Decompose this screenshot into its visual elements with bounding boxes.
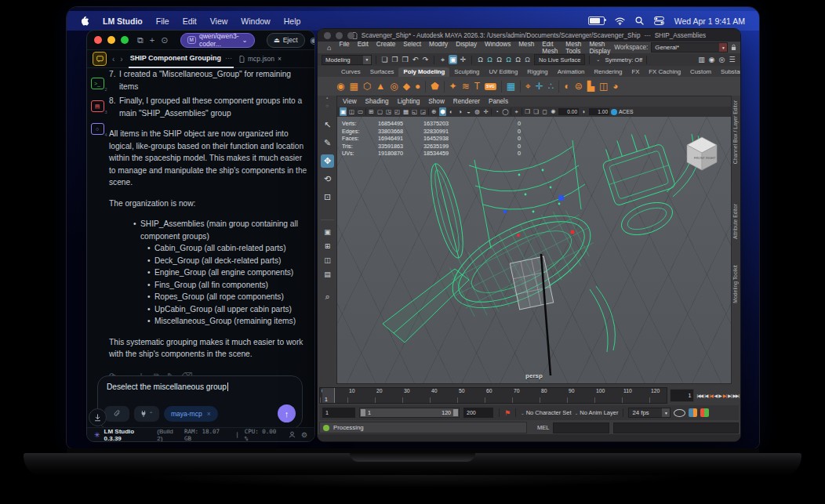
image-plane-icon[interactable]: ▭ bbox=[357, 107, 364, 116]
play-forwards-button[interactable]: ▶ bbox=[718, 393, 721, 398]
panel-menu-item[interactable]: Lighting bbox=[398, 98, 420, 105]
close-tab-icon[interactable]: × bbox=[278, 55, 282, 63]
view-cube[interactable]: FRONT RIGHT bbox=[685, 136, 718, 172]
render-current-frame-icon[interactable]: ◉ bbox=[707, 55, 716, 64]
smooth-icon[interactable]: ◕ bbox=[612, 82, 618, 91]
mcp-tools-button[interactable]: ⌃ bbox=[134, 406, 159, 422]
fps-dropdown[interactable]: 24 fps ▾ bbox=[628, 408, 671, 418]
playback-speed-icon[interactable] bbox=[674, 409, 685, 417]
shelf-tab[interactable]: Custom bbox=[685, 67, 716, 77]
user-account-icon[interactable] bbox=[289, 431, 296, 438]
command-result-field[interactable] bbox=[613, 422, 739, 433]
maya-menu-item[interactable]: Mesh bbox=[514, 41, 538, 55]
new-chat-icon[interactable]: + bbox=[150, 36, 154, 45]
motion-blur-icon[interactable]: ✛ bbox=[482, 107, 489, 116]
shelf-tab[interactable]: Curves bbox=[336, 67, 365, 77]
render-settings-icon[interactable]: ☰ bbox=[728, 55, 736, 64]
bookmark-view-icon[interactable]: ❏ bbox=[532, 107, 540, 116]
ao-icon[interactable]: ◍ bbox=[474, 107, 481, 116]
shelf-tab[interactable]: FX Caching bbox=[644, 67, 685, 77]
sidebar-toggle-icon[interactable]: ⧉ bbox=[137, 36, 144, 45]
poly-cube-icon[interactable]: ▦ bbox=[349, 82, 358, 91]
nav-back-button[interactable]: ‹ bbox=[112, 55, 114, 63]
step-back-key-button[interactable]: |◀ bbox=[709, 393, 712, 398]
select-object-icon[interactable]: ▣ bbox=[449, 55, 457, 64]
svg-tool-icon[interactable]: SVG bbox=[485, 83, 496, 90]
home-icon[interactable]: ⌂ bbox=[323, 44, 335, 52]
close-window-button[interactable] bbox=[94, 36, 102, 44]
poly-torus-icon[interactable]: ◎ bbox=[390, 82, 398, 91]
shelf-tab[interactable]: Surfaces bbox=[365, 67, 399, 77]
shelf-tab[interactable]: Substance bbox=[716, 67, 740, 77]
snap-align-icon[interactable]: ✛ bbox=[536, 82, 543, 91]
send-button[interactable]: ↑ bbox=[278, 404, 296, 422]
range-end-handle[interactable] bbox=[453, 409, 458, 416]
set-key-icon[interactable]: ⚑ bbox=[504, 409, 511, 417]
panel-menu-item[interactable]: Panels bbox=[489, 98, 508, 105]
maya-menu-item[interactable]: Display bbox=[452, 41, 481, 55]
workspace-dropdown[interactable]: General* ▾ bbox=[651, 42, 728, 53]
sculpt-tool-icon[interactable]: ≋ bbox=[462, 82, 470, 91]
range-slider[interactable]: 1 120 bbox=[359, 408, 460, 418]
tab-modeling-toolkit[interactable]: Modeling Toolkit bbox=[732, 265, 738, 303]
model-settings-icon[interactable]: ⊙ bbox=[161, 36, 168, 45]
type-tool-icon[interactable]: T bbox=[474, 82, 480, 91]
two-pane-layout-icon[interactable]: ◫ bbox=[321, 255, 334, 265]
minimize-window-button[interactable] bbox=[107, 36, 115, 44]
textured-mode-icon[interactable]: ◐ bbox=[448, 107, 455, 116]
anim-layer-dropdown[interactable]: ⌄No Anim Layer bbox=[575, 409, 619, 416]
maya-menu-item[interactable]: Windows bbox=[481, 41, 514, 55]
step-forward-key-button[interactable]: ▶| bbox=[723, 393, 726, 398]
chat-input[interactable]: Deselect the miscellaneous group ⌃ maya-… bbox=[97, 375, 303, 429]
zoom-window-button[interactable] bbox=[347, 32, 354, 39]
maya-mcp-chip[interactable]: maya-mcp × bbox=[164, 406, 218, 422]
snap-to-view-plane-icon[interactable]: Ω bbox=[514, 55, 522, 64]
snapshot-icon[interactable]: ◻ bbox=[541, 107, 548, 116]
snap-to-projected-center-icon[interactable]: Ω bbox=[504, 55, 513, 64]
move-tool-icon[interactable]: ✥ bbox=[321, 154, 334, 168]
isolate-select-icon[interactable]: ◯ bbox=[502, 107, 509, 116]
tab-attribute-editor[interactable]: Attribute Editor bbox=[732, 204, 738, 239]
maya-menu-item[interactable]: File bbox=[335, 41, 353, 55]
control-center-icon[interactable] bbox=[654, 16, 664, 25]
attach-file-button[interactable] bbox=[104, 406, 129, 422]
poly-cone-icon[interactable]: ▲ bbox=[376, 82, 385, 91]
developer-icon[interactable]: >_ 2 bbox=[91, 78, 104, 89]
character-toggle-icon[interactable] bbox=[689, 408, 697, 417]
show-manipulator-icon[interactable]: ⌖ bbox=[525, 82, 531, 91]
character-set-dropdown[interactable]: ⌄No Character Set bbox=[521, 409, 572, 416]
maya-menu-item[interactable]: Mesh Tools bbox=[562, 41, 585, 55]
wireframe-icon[interactable]: ⊕ bbox=[431, 107, 438, 116]
settings-gear-icon[interactable]: ⚙ bbox=[301, 431, 307, 439]
range-start-handle[interactable] bbox=[361, 409, 365, 416]
my-models-icon[interactable]: ▤ 3 bbox=[91, 100, 104, 112]
discover-icon[interactable]: ○ 4 bbox=[91, 123, 104, 135]
redo-icon[interactable]: ↷ bbox=[421, 55, 430, 64]
menu-bar-clock[interactable]: Wed Apr 1 9:41 AM bbox=[674, 16, 745, 26]
vp-divider[interactable] bbox=[428, 108, 429, 115]
step-forward-frame-button[interactable]: ▶| bbox=[728, 393, 731, 398]
remove-chip-icon[interactable]: × bbox=[207, 410, 211, 418]
shelf-divider[interactable] bbox=[425, 81, 426, 92]
poly-cylinder-icon[interactable]: ⬡ bbox=[363, 82, 371, 91]
multi-cut-icon[interactable]: ▦ bbox=[507, 82, 515, 91]
animation-start-field[interactable]: 1 bbox=[322, 407, 356, 419]
shelf-menu-buttons[interactable]: ▪○ bbox=[320, 96, 334, 108]
menu-file[interactable]: File bbox=[156, 16, 169, 26]
shelf-tab[interactable]: UV Editing bbox=[484, 67, 522, 77]
gamma-icon[interactable]: ◗ bbox=[580, 107, 587, 116]
outliner-pane-layout-icon[interactable]: ▤ bbox=[321, 269, 334, 279]
shelf-tab[interactable]: Poly Modeling bbox=[398, 67, 449, 77]
snap-to-curve-icon[interactable]: Ω bbox=[485, 55, 494, 64]
vp-divider[interactable] bbox=[491, 108, 492, 115]
shaded-mode-icon[interactable]: ⬢ bbox=[439, 107, 446, 116]
field-chart-icon[interactable]: ▦ bbox=[402, 107, 409, 116]
panel-menu-item[interactable]: Renderer bbox=[453, 98, 480, 105]
rotate-tool-icon[interactable]: ⟲ bbox=[321, 172, 334, 186]
mel-input-field[interactable] bbox=[553, 422, 609, 433]
center-pivot-icon[interactable]: ∴ bbox=[548, 82, 554, 91]
panel-menu-item[interactable]: View bbox=[343, 98, 357, 105]
construction-history-icon[interactable]: ▥ bbox=[697, 55, 706, 64]
maya-menu-item[interactable]: Create bbox=[373, 41, 400, 55]
super-shape-icon[interactable]: ✦ bbox=[449, 82, 457, 91]
